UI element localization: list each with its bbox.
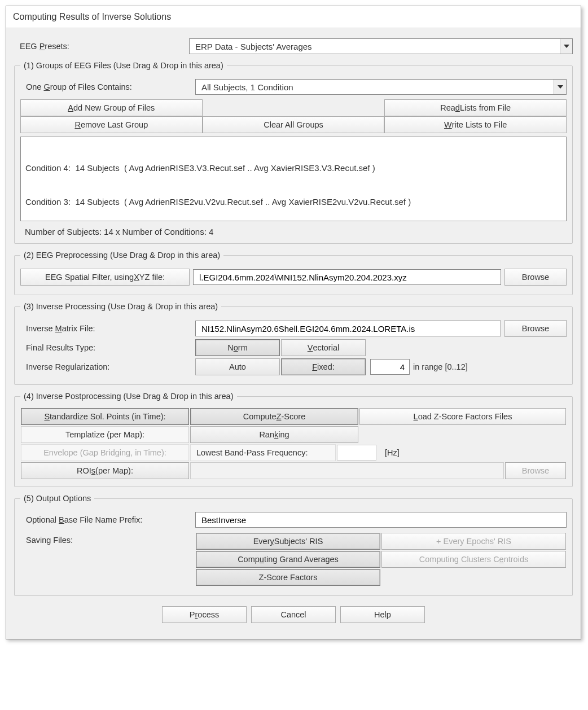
- load-zscore-button[interactable]: Load Z-Score Factors Files: [359, 408, 566, 425]
- group1-buttons-row1: Add New Group of Files Read Lists from F…: [20, 99, 567, 116]
- saving-row3: Z-Score Factors: [195, 568, 567, 586]
- add-group-button[interactable]: Add New Group of Files: [20, 99, 203, 116]
- xyz-file-input-field[interactable]: [198, 272, 496, 283]
- spacer: [359, 426, 566, 443]
- spacer: [381, 569, 566, 586]
- group1-buttons-row2: Remove Last Group Clear All Groups Write…: [20, 116, 567, 133]
- group3-fieldset: (3) Inverse Processing (Use Drag & Drop …: [14, 302, 573, 385]
- group4-row1: Standardize Sol. Points (in Time): Compu…: [20, 407, 567, 426]
- every-subjects-ris-toggle[interactable]: Every Subjects' RIS: [196, 533, 380, 550]
- group1-contains-row: One Group of Files Contains: All Subject…: [20, 79, 567, 95]
- group5-fieldset: (5) Output Options Optional Base File Na…: [14, 494, 573, 596]
- auto-reg-toggle[interactable]: Auto: [195, 358, 280, 375]
- presets-label: EEG Presets:: [14, 42, 189, 51]
- matrix-label: Inverse Matrix File:: [20, 324, 195, 333]
- presets-dropdown[interactable]: ERP Data - Subjects' Averages: [189, 38, 573, 54]
- norm-toggle[interactable]: Norm: [195, 339, 280, 356]
- group2-fieldset: (2) EEG Preprocessing (Use Drag & Drop i…: [14, 251, 573, 295]
- clusters-centroids-toggle: Computing Clusters Centroids: [381, 551, 566, 568]
- xyz-row: EEG Spatial Filter, using XYZ file: Brow…: [20, 269, 567, 286]
- num-subjects-value: 14: [104, 227, 113, 236]
- num-conditions-value: 4: [209, 227, 213, 236]
- dialog-content: EEG Presets: ERP Data - Subjects' Averag…: [6, 28, 581, 639]
- rois-toggle[interactable]: ROIs (per Map):: [21, 462, 189, 479]
- group4-row4: ROIs (per Map): Browse: [20, 462, 567, 480]
- bandpass-label: Lowest Band-Pass Frequency:: [190, 444, 336, 461]
- group1-fieldset: (1) Groups of EEG Files (Use Drag & Drop…: [14, 61, 573, 244]
- window-title: Computing Results of Inverse Solutions: [6, 6, 581, 28]
- grand-averages-toggle[interactable]: Computing Grand Averages: [196, 551, 380, 568]
- every-epochs-ris-toggle: + Every Epochs' RIS: [381, 533, 566, 550]
- bandpass-input: [337, 445, 376, 461]
- group1-legend: (1) Groups of EEG Files (Use Drag & Drop…: [20, 61, 227, 70]
- group-contains-dropdown[interactable]: All Subjects, 1 Condition: [195, 79, 567, 95]
- zscore-factors-toggle[interactable]: Z-Score Factors: [196, 569, 380, 586]
- chevron-down-icon: [554, 80, 566, 94]
- read-lists-button[interactable]: Read Lists from File: [384, 99, 567, 116]
- saving-row2: Computing Grand Averages Computing Clust…: [195, 550, 567, 568]
- process-button[interactable]: Process: [162, 606, 247, 623]
- group3-legend: (3) Inverse Processing (Use Drag & Drop …: [20, 302, 221, 311]
- hz-label: [Hz]: [385, 448, 567, 457]
- write-lists-button[interactable]: Write Lists to File: [384, 116, 567, 133]
- ranking-toggle[interactable]: Ranking: [190, 426, 358, 443]
- prefix-input[interactable]: [195, 512, 567, 528]
- compute-zscore-toggle[interactable]: Compute Z-Score: [190, 408, 358, 425]
- reg-value-input[interactable]: [370, 359, 410, 375]
- regularization-label: Inverse Regularization:: [20, 362, 195, 371]
- groups-listbox[interactable]: Condition 4: 14 Subjects ( Avg AdrienRIS…: [20, 137, 567, 221]
- list-item[interactable]: Condition 3: 14 Subjects ( Avg AdrienRIS…: [25, 196, 561, 208]
- prefix-row: Optional Base File Name Prefix:: [20, 512, 567, 528]
- group1-stats: Number of Subjects: 14 x Number of Condi…: [20, 225, 567, 236]
- presets-dropdown-text: ERP Data - Subjects' Averages: [190, 42, 560, 51]
- saving-grid: Every Subjects' RIS + Every Epochs' RIS …: [195, 532, 567, 586]
- group4-row2: Templatize (per Map): Ranking: [20, 426, 567, 444]
- list-item[interactable]: Condition 4: 14 Subjects ( Avg AdrienRIS…: [25, 163, 561, 174]
- clear-groups-button[interactable]: Clear All Groups: [203, 116, 385, 133]
- dialog-window: Computing Results of Inverse Solutions E…: [6, 6, 581, 639]
- matrix-file-input-field[interactable]: [200, 323, 496, 334]
- matrix-browse-button[interactable]: Browse: [504, 320, 567, 337]
- group2-legend: (2) EEG Preprocessing (Use Drag & Drop i…: [20, 251, 223, 260]
- chevron-down-icon: [560, 39, 572, 54]
- xyz-browse-button[interactable]: Browse: [504, 269, 567, 286]
- group4-legend: (4) Inverse Postprocessing (Use Drag & D…: [20, 392, 237, 401]
- presets-row: EEG Presets: ERP Data - Subjects' Averag…: [14, 38, 573, 54]
- cancel-button[interactable]: Cancel: [251, 606, 336, 623]
- group1-contains-label: One Group of Files Contains:: [20, 82, 195, 91]
- help-button[interactable]: Help: [340, 606, 425, 623]
- prefix-label: Optional Base File Name Prefix:: [20, 515, 195, 524]
- spacer: [203, 100, 384, 116]
- matrix-row: Inverse Matrix File: Browse: [20, 320, 567, 337]
- spatial-filter-toggle[interactable]: EEG Spatial Filter, using XYZ file:: [20, 269, 190, 286]
- envelope-label: Envelope (Gap Bridging, in Time):: [21, 444, 189, 461]
- matrix-file-input[interactable]: [195, 321, 501, 336]
- results-type-row: Final Results Type: Norm Vectorial: [20, 339, 567, 356]
- group4-row3: Envelope (Gap Bridging, in Time): Lowest…: [20, 444, 567, 462]
- footer-buttons: Process Cancel Help: [14, 606, 573, 623]
- templatize-label: Templatize (per Map):: [21, 426, 189, 443]
- results-type-label: Final Results Type:: [20, 343, 195, 352]
- saving-label: Saving Files:: [20, 532, 195, 545]
- rois-browse-button: Browse: [505, 462, 566, 479]
- xyz-file-input[interactable]: [193, 269, 501, 285]
- fixed-reg-toggle[interactable]: Fixed:: [281, 358, 366, 375]
- regularization-row: Inverse Regularization: Auto Fixed: in r…: [20, 358, 567, 375]
- saving-row1: Every Subjects' RIS + Every Epochs' RIS: [195, 532, 567, 550]
- group5-legend: (5) Output Options: [20, 494, 94, 503]
- prefix-input-field[interactable]: [200, 515, 561, 525]
- saving-row: Saving Files: Every Subjects' RIS + Ever…: [20, 532, 567, 586]
- standardize-toggle[interactable]: Standardize Sol. Points (in Time):: [21, 408, 189, 425]
- remove-group-button[interactable]: Remove Last Group: [20, 116, 203, 133]
- reg-range-text: in range [0..12]: [413, 362, 468, 371]
- group-contains-dropdown-text: All Subjects, 1 Condition: [196, 82, 554, 92]
- rois-file-input: [190, 462, 504, 479]
- group4-fieldset: (4) Inverse Postprocessing (Use Drag & D…: [14, 392, 573, 487]
- vectorial-toggle[interactable]: Vectorial: [281, 339, 366, 356]
